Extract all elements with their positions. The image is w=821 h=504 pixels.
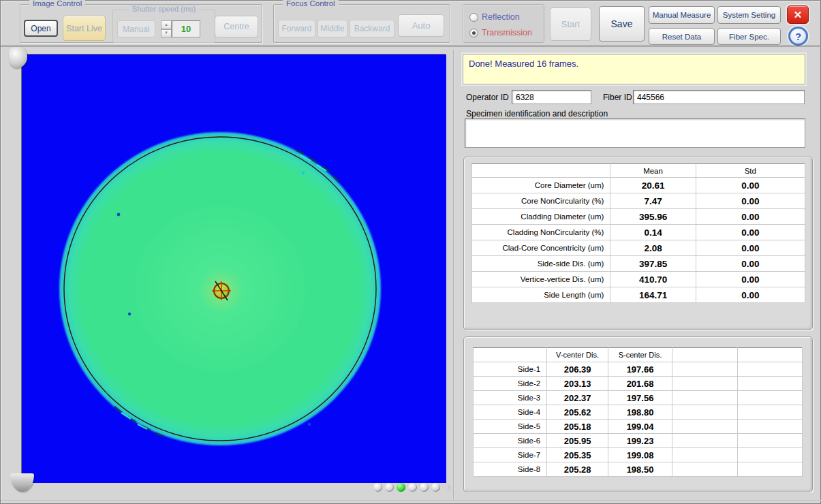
start-button[interactable]: Start [550, 7, 591, 41]
focus-forward-button[interactable]: Forward [278, 20, 315, 37]
std-value: 0.00 [696, 287, 805, 303]
empty-cell [672, 391, 738, 405]
mean-value: 0.14 [610, 225, 696, 240]
shutter-speed-group: Shutter speed (ms) Manual ▲ ▼ 10 [112, 10, 215, 43]
spinner-down-icon[interactable]: ▼ [161, 29, 172, 38]
sides-header-empty [672, 348, 738, 362]
save-button[interactable]: Save [599, 6, 645, 42]
sides-table-panel: V-center Dis. S-center Dis. Side-1206.39… [463, 336, 813, 492]
row-label: Clad-Core Concentricity (um) [472, 240, 610, 256]
radio-unselected-icon[interactable] [469, 13, 478, 22]
row-label: Side Length (um) [472, 287, 610, 303]
defect-speck [302, 172, 305, 175]
sides-header-vcenter: V-center Dis. [547, 348, 608, 362]
scenter-value: 197.56 [608, 391, 672, 405]
std-value: 0.00 [696, 225, 805, 240]
table-row: Clad-Core Concentricity (um)2.080.00 [472, 240, 805, 256]
results-header-std: Std [696, 164, 805, 178]
operator-id-label: Operator ID [466, 93, 509, 102]
manual-measure-button[interactable]: Manual Measure [649, 6, 715, 24]
defect-speck [308, 423, 311, 426]
results-header-blank [472, 164, 610, 178]
empty-cell [672, 405, 738, 420]
mean-value: 410.70 [610, 272, 696, 287]
frame-dot [420, 483, 429, 492]
open-button[interactable]: Open [24, 20, 58, 37]
focus-backward-button[interactable]: Backward [350, 20, 394, 37]
reflection-radio-row[interactable]: Reflection [469, 12, 520, 22]
radio-selected-icon[interactable] [469, 29, 478, 37]
defect-speck [128, 313, 131, 315]
empty-cell [672, 420, 738, 434]
centre-button[interactable]: Centre [215, 16, 258, 37]
row-label: Core Diameter (um) [472, 178, 610, 193]
table-row: Core Diameter (um)20.610.00 [472, 178, 805, 193]
page-curl-ornament-bottom [10, 473, 34, 492]
fiber-image-display [21, 54, 446, 482]
side-label: Side-6 [474, 434, 547, 448]
image-control-group: Image Control Open Start Live Shutter sp… [20, 4, 262, 43]
row-label: Core NonCircularity (%) [472, 193, 610, 209]
row-label: Vertice-vertice Dis. (um) [472, 272, 610, 287]
empty-cell [737, 377, 802, 391]
fiber-id-label: Fiber ID [603, 93, 632, 102]
table-row: Side-6205.95199.23 [474, 434, 803, 448]
mean-value: 397.85 [610, 256, 696, 272]
help-button[interactable]: ? [788, 27, 808, 46]
frame-dot-active [397, 483, 405, 492]
std-value: 0.00 [696, 209, 805, 225]
defect-speck [106, 391, 109, 394]
scenter-value: 199.04 [608, 420, 672, 434]
table-row: Side-2203.13201.68 [474, 377, 803, 391]
transmission-radio-row[interactable]: Transmission [469, 28, 532, 37]
status-message: Done! Measured 16 frames. [469, 59, 578, 69]
status-message-box: Done! Measured 16 frames. [463, 54, 805, 84]
frame-dot [408, 483, 417, 492]
mean-value: 2.08 [610, 240, 696, 256]
shutter-speed-group-label: Shutter speed (ms) [129, 5, 200, 13]
sides-header-empty [737, 348, 802, 362]
side-label: Side-1 [474, 362, 547, 377]
fiber-id-input[interactable] [633, 90, 805, 104]
vcenter-value: 203.13 [547, 377, 608, 391]
manual-shutter-button[interactable]: Manual [117, 20, 155, 37]
scenter-value: 201.68 [608, 377, 672, 391]
table-row: Side-7205.35199.08 [474, 448, 803, 462]
table-row: Side-8205.28198.50 [474, 462, 803, 477]
scenter-value: 198.80 [608, 405, 672, 420]
table-row: Side-5205.18199.04 [474, 420, 803, 434]
side-label: Side-4 [474, 405, 547, 420]
frame-dot [373, 483, 382, 492]
vcenter-value: 205.28 [547, 462, 608, 477]
empty-cell [737, 405, 802, 420]
spinner-up-icon[interactable]: ▲ [161, 20, 172, 29]
focus-middle-button[interactable]: Middle [317, 20, 347, 37]
table-row: Vertice-vertice Dis. (um)410.700.00 [472, 272, 805, 287]
toolbar: Image Control Open Start Live Shutter sp… [1, 1, 821, 46]
side-label: Side-2 [474, 377, 547, 391]
table-row: Cladding Diameter (um)395.960.00 [472, 209, 805, 225]
side-label: Side-8 [474, 462, 547, 477]
std-value: 0.00 [696, 272, 805, 287]
close-button[interactable]: ✕ [787, 5, 809, 24]
system-setting-button[interactable]: System Setting [717, 6, 781, 24]
empty-cell [672, 377, 738, 391]
operator-id-input[interactable] [512, 90, 591, 104]
shutter-value-field[interactable]: 10 [172, 20, 200, 37]
row-label: Cladding NonCircularity (%) [472, 225, 610, 240]
sides-table: V-center Dis. S-center Dis. Side-1206.39… [473, 347, 803, 477]
specimen-textarea[interactable] [465, 119, 805, 148]
frame-dot [431, 483, 440, 492]
start-live-button[interactable]: Start Live [63, 16, 106, 41]
focus-auto-button[interactable]: Auto [398, 14, 444, 37]
bottom-divider [1, 500, 821, 501]
results-table: Mean Std Core Diameter (um)20.610.00 Cor… [471, 163, 805, 303]
vcenter-value: 205.35 [547, 448, 608, 462]
scenter-value: 198.50 [608, 462, 672, 477]
empty-cell [672, 362, 738, 377]
reset-data-button[interactable]: Reset Data [649, 28, 715, 45]
std-value: 0.00 [696, 256, 805, 272]
fiber-spec-button[interactable]: Fiber Spec. [717, 28, 781, 45]
empty-cell [672, 462, 738, 477]
shutter-spinner: ▲ ▼ [161, 20, 172, 37]
